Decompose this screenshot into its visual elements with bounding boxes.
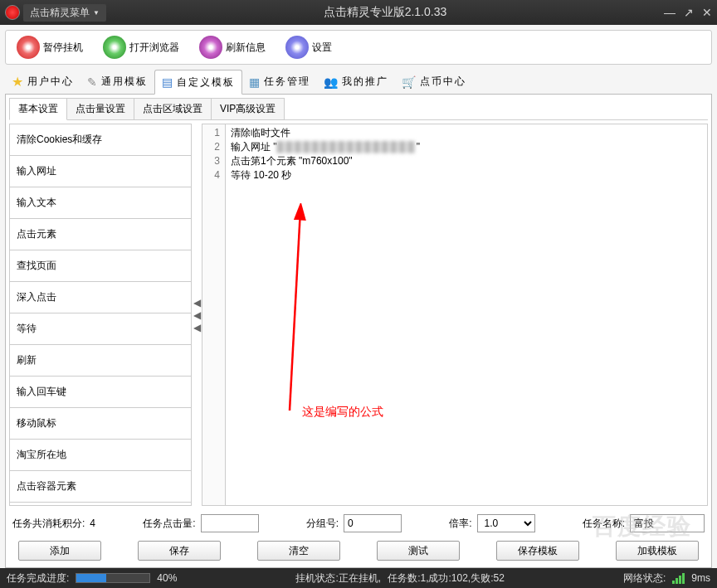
window-controls: — ↗ ✕ [664, 6, 712, 19]
sidebar-item-2[interactable]: 输入文本 [10, 187, 191, 219]
subtab-0[interactable]: 基本设置 [9, 98, 67, 120]
maximize-button[interactable]: ↗ [684, 6, 694, 19]
clicks-input[interactable] [201, 514, 259, 532]
toolbar-green-button[interactable]: 打开浏览器 [94, 32, 188, 63]
toolbar-blue-button[interactable]: 设置 [276, 32, 341, 63]
sidebar-item-1[interactable]: 输入网址 [10, 156, 191, 187]
cart-icon: 🛒 [402, 75, 417, 89]
action-button-4[interactable]: 保存模板 [496, 541, 579, 561]
name-label: 任务名称: [583, 517, 625, 531]
star-icon: ★ [12, 74, 25, 90]
red-icon [17, 36, 40, 59]
net-label: 网络状态: [623, 571, 666, 586]
sidebar-item-10[interactable]: 淘宝所在地 [10, 440, 191, 471]
content-area: 基本设置点击量设置点击区域设置VIP高级设置 清除Cookies和缓存输入网址输… [5, 95, 712, 568]
menu-button[interactable]: 点击精灵菜单 ▼ [23, 4, 106, 22]
doc-icon: ▤ [162, 75, 174, 89]
toolbar-red-button[interactable]: 暂停挂机 [7, 32, 92, 63]
settings-row: 任务共消耗积分: 4 任务点击量: 分组号: 倍率: 1.0 任务名称: [6, 509, 711, 537]
sidebar-item-8[interactable]: 输入回车键 [10, 377, 191, 408]
signal-icon [672, 573, 685, 584]
statusbar: 任务完成进度: 40% 挂机状态:正在挂机, 任务数:1,成功:102,失败:5… [0, 568, 717, 588]
action-button-0[interactable]: 添加 [18, 541, 101, 561]
annotation-text: 这是编写的公式 [302, 405, 383, 420]
action-button-1[interactable]: 保存 [138, 541, 221, 561]
sidebar-item-0[interactable]: 清除Cookies和缓存 [10, 124, 191, 156]
tab-table[interactable]: ▦任务管理 [242, 70, 317, 94]
group-input[interactable] [344, 514, 402, 532]
sidebar-item-5[interactable]: 深入点击 [10, 282, 191, 313]
task-name-input[interactable] [630, 514, 705, 532]
rate-select[interactable]: 1.0 [477, 514, 535, 532]
wand-icon: ✎ [87, 75, 99, 89]
progress-label: 任务完成进度: [7, 571, 69, 586]
main-tabs: ★用户中心✎通用模板▤自定义模板▦任务管理👥我的推广🛒点币中心 [5, 70, 712, 95]
titlebar: 点击精灵菜单 ▼ 点击精灵专业版2.1.0.33 — ↗ ✕ [0, 0, 717, 25]
people-icon: 👥 [324, 75, 339, 89]
chevron-down-icon: ▼ [93, 9, 100, 17]
hang-status: 挂机状态:正在挂机, [295, 571, 381, 586]
points-label: 任务共消耗积分: [12, 517, 85, 531]
sub-tabs: 基本设置点击量设置点击区域设置VIP高级设置 [6, 95, 711, 120]
task-stats: 任务数:1,成功:102,失败:52 [388, 571, 505, 586]
window-title: 点击精灵专业版2.1.0.33 [106, 5, 664, 20]
button-row: 添加保存清空测试保存模板加载模板 [6, 537, 711, 567]
tab-people[interactable]: 👥我的推广 [317, 70, 395, 94]
action-button-2[interactable]: 清空 [257, 541, 340, 561]
toolbar: 暂停挂机打开浏览器刷新信息设置 [5, 30, 712, 65]
code-line-4[interactable]: 等待 10-20 秒 [231, 168, 702, 182]
subtab-2[interactable]: 点击区域设置 [134, 98, 212, 120]
action-button-3[interactable]: 测试 [377, 541, 460, 561]
table-icon: ▦ [249, 75, 261, 89]
sidebar-item-11[interactable]: 点击容器元素 [10, 471, 191, 503]
code-line-1[interactable]: 清除临时文件 [231, 126, 702, 140]
tab-cart[interactable]: 🛒点币中心 [395, 70, 473, 94]
tab-wand[interactable]: ✎通用模板 [80, 70, 154, 94]
sidebar-item-4[interactable]: 查找页面 [10, 250, 191, 282]
menu-label: 点击精灵菜单 [30, 6, 90, 20]
sidebar-item-7[interactable]: 刷新 [10, 345, 191, 377]
rate-label: 倍率: [449, 517, 471, 531]
sidebar-item-3[interactable]: 点击元素 [10, 219, 191, 250]
tab-star[interactable]: ★用户中心 [5, 70, 80, 94]
script-editor[interactable]: 1234 清除临时文件输入网址 "████████████████"点击第1个元… [202, 124, 708, 506]
app-icon [5, 5, 20, 20]
command-sidebar: 清除Cookies和缓存输入网址输入文本点击元素查找页面深入点击等待刷新输入回车… [9, 124, 192, 506]
subtab-3[interactable]: VIP高级设置 [211, 98, 285, 120]
sidebar-item-6[interactable]: 等待 [10, 313, 191, 345]
work-area: 清除Cookies和缓存输入网址输入文本点击元素查找页面深入点击等待刷新输入回车… [6, 120, 711, 509]
tab-doc[interactable]: ▤自定义模板 [154, 70, 242, 95]
progress-bar [76, 573, 150, 583]
progress-percent: 40% [157, 572, 177, 584]
line-gutter: 1234 [202, 124, 226, 505]
action-button-5[interactable]: 加载模板 [616, 541, 699, 561]
sidebar-item-9[interactable]: 移动鼠标 [10, 408, 191, 440]
toolbar-purple-button[interactable]: 刷新信息 [190, 32, 275, 63]
points-value: 4 [90, 518, 95, 529]
blue-icon [285, 36, 309, 59]
latency: 9ms [691, 572, 710, 584]
subtab-1[interactable]: 点击量设置 [66, 98, 134, 120]
minimize-button[interactable]: — [664, 6, 676, 19]
purple-icon [199, 36, 222, 59]
clicks-label: 任务点击量: [143, 517, 195, 531]
code-line-2[interactable]: 输入网址 "████████████████" [231, 140, 702, 154]
group-label: 分组号: [306, 517, 339, 531]
code-area[interactable]: 清除临时文件输入网址 "████████████████"点击第1个元素 "m7… [226, 124, 707, 505]
close-button[interactable]: ✕ [702, 6, 712, 19]
code-line-3[interactable]: 点击第1个元素 "m760x100" [231, 154, 702, 168]
splitter[interactable]: ◀◀◀ [192, 124, 202, 506]
green-icon [103, 36, 126, 59]
